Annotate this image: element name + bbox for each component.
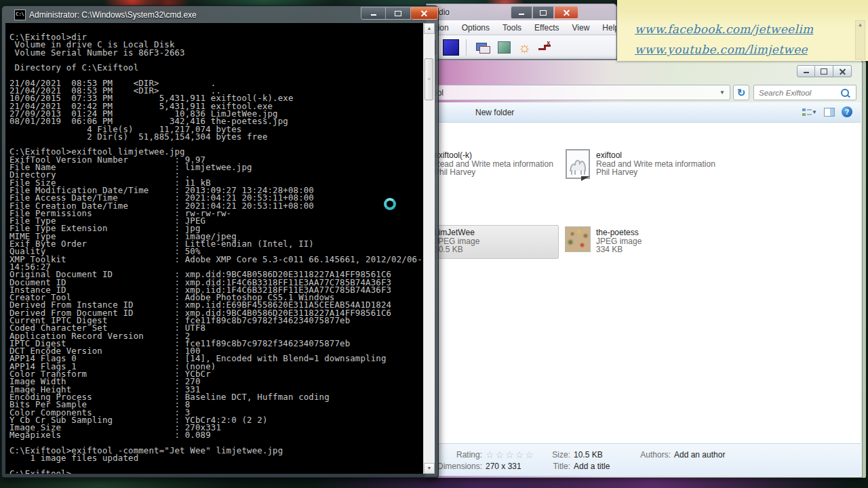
help-icon[interactable]: ? — [842, 106, 852, 117]
maximize-button[interactable] — [386, 7, 411, 20]
facebook-link[interactable]: www.facebook.com/jetweelim — [635, 20, 868, 38]
console-scrollbar[interactable]: ▲ ≡ ▼ — [423, 23, 435, 474]
file-tile[interactable]: the-poetess JPEG image 334 KB — [596, 228, 642, 254]
maximize-button[interactable] — [815, 65, 833, 77]
scroll-up-icon[interactable]: ▲ — [424, 23, 435, 34]
toolbar-separator — [466, 39, 467, 56]
change-view-icon[interactable] — [802, 108, 812, 117]
region-blue-icon[interactable] — [443, 39, 459, 56]
file-tile[interactable]: exiftool Read and Write meta information… — [596, 151, 715, 177]
jpeg-thumbnail[interactable] — [565, 226, 591, 252]
explorer-window: ool ▼ ↻ New folder ▼ ? — [425, 60, 863, 478]
minimize-button[interactable] — [361, 7, 386, 20]
preview-pane-icon[interactable] — [824, 108, 835, 117]
recorder-menu-bar: gion Options Tools Effects View Help — [427, 20, 616, 35]
close-button[interactable] — [833, 65, 852, 77]
address-bar[interactable]: ool ▼ — [428, 85, 730, 100]
chevron-down-icon[interactable]: ▼ — [719, 89, 730, 96]
file-author: Phil Harvey — [596, 168, 715, 177]
close-button[interactable] — [411, 7, 438, 20]
explorer-content: New folder ▼ ? exiftool(-k) Read and Wri… — [427, 102, 861, 476]
rating-stars[interactable]: ☆☆☆☆☆ — [486, 450, 535, 460]
maximize-button[interactable] — [532, 6, 554, 19]
maximize-icon — [395, 11, 401, 16]
minimize-icon — [371, 14, 376, 16]
cancel-path-icon[interactable]: x — [538, 42, 552, 53]
recorder-window: tudio gion Options Tools Effects View He… — [426, 3, 617, 60]
dimensions-value: 270 x 331 — [486, 462, 521, 471]
youtube-link[interactable]: www.youtube.com/limjetwee — [635, 41, 868, 58]
scroll-up-icon[interactable]: ▲ — [856, 21, 865, 29]
recorder-toolbar: ☼ x — [427, 35, 616, 59]
file-list: exiftool(-k) Read and Write meta informa… — [427, 123, 861, 444]
console-text: C:\Exiftool>dir Volume in drive C is Loc… — [9, 33, 422, 474]
maximize-icon — [821, 68, 827, 75]
file-name: LimJetWee — [434, 228, 479, 237]
close-icon — [564, 9, 570, 16]
new-folder-button[interactable]: New folder — [475, 108, 514, 117]
exe-camel-icon[interactable] — [565, 148, 592, 184]
title-value[interactable]: Add a title — [574, 462, 610, 471]
sticky-note: www.facebook.com/jetweelim www.youtube.c… — [617, 0, 868, 61]
recorder-caption-buttons — [511, 6, 578, 19]
explorer-toolbar: New folder ▼ ? — [427, 102, 861, 123]
windows-capture-icon[interactable] — [476, 41, 490, 54]
chevron-down-icon[interactable]: ▼ — [812, 109, 817, 115]
menu-options[interactable]: Options — [462, 23, 490, 33]
effects-sun-icon[interactable]: ☼ — [518, 41, 531, 54]
close-icon — [840, 68, 846, 75]
search-box[interactable] — [753, 85, 856, 100]
file-size: 334 KB — [596, 245, 642, 254]
media-icon[interactable] — [498, 41, 511, 54]
refresh-button[interactable]: ↻ — [733, 85, 749, 100]
file-tile-selected[interactable]: LimJetWee JPEG image 10.5 KB — [434, 228, 479, 254]
minimize-button[interactable] — [511, 6, 532, 19]
minimize-icon — [519, 14, 524, 15]
desktop: tudio gion Options Tools Effects View He… — [0, 0, 868, 488]
cmd-window: C:\ Administrator: C:\Windows\System32\c… — [1, 5, 439, 478]
cmd-title-bar: C:\ Administrator: C:\Windows\System32\c… — [14, 9, 197, 20]
address-path: ool — [429, 88, 719, 98]
file-name: exiftool(-k) — [434, 151, 553, 160]
size-value: 10.5 KB — [574, 450, 603, 460]
cmd-icon: C:\ — [14, 9, 26, 20]
cmd-caption-buttons — [361, 7, 438, 20]
scroll-thumb[interactable]: ≡ — [425, 58, 433, 100]
close-icon — [421, 10, 427, 16]
authors-label: Authors: — [630, 450, 671, 460]
file-size: 10.5 KB — [434, 245, 479, 254]
file-tile[interactable]: exiftool(-k) Read and Write meta informa… — [434, 151, 553, 177]
authors-value[interactable]: Add an author — [674, 450, 725, 460]
busy-cursor-icon — [384, 198, 396, 210]
maximize-icon — [540, 10, 547, 16]
menu-tools[interactable]: Tools — [502, 23, 521, 33]
note-scrollbar[interactable]: ▲ — [855, 20, 865, 60]
window-title: Administrator: C:\Windows\System32\cmd.e… — [29, 10, 197, 20]
close-button[interactable] — [554, 6, 578, 19]
file-name: exiftool — [596, 151, 715, 160]
size-label: Size: — [535, 450, 570, 460]
minimize-button[interactable] — [797, 65, 815, 77]
search-icon[interactable] — [841, 89, 849, 97]
menu-effects[interactable]: Effects — [534, 23, 559, 33]
menu-view[interactable]: View — [572, 23, 590, 33]
console-output[interactable]: C:\Exiftool>dir Volume in drive C is Loc… — [5, 23, 435, 474]
minimize-icon — [804, 72, 809, 73]
scroll-down-icon[interactable]: ▼ — [424, 463, 435, 474]
details-pane: Rating: ☆☆☆☆☆ Dimensions: 270 x 331 Size… — [427, 443, 861, 476]
menu-help[interactable]: Help — [602, 23, 617, 33]
file-author: Phil Harvey — [434, 168, 553, 177]
title-label: Title: — [535, 462, 570, 471]
search-input[interactable] — [754, 89, 841, 97]
explorer-caption-buttons — [797, 65, 852, 77]
file-name: the-poetess — [596, 228, 642, 237]
